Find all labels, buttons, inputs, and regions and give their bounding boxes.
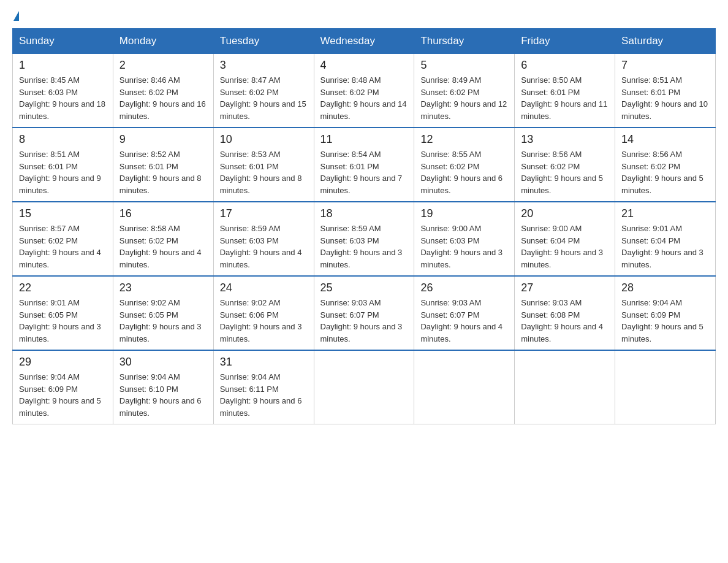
logo-triangle-icon (13, 11, 19, 21)
calendar-cell: 21Sunrise: 9:01 AMSunset: 6:04 PMDayligh… (615, 202, 716, 276)
day-info: Sunrise: 9:01 AMSunset: 6:05 PMDaylight:… (19, 297, 107, 345)
logo (12, 12, 19, 22)
weekday-header-monday: Monday (113, 29, 213, 54)
calendar-cell: 30Sunrise: 9:04 AMSunset: 6:10 PMDayligh… (113, 350, 213, 424)
calendar-cell: 22Sunrise: 9:01 AMSunset: 6:05 PMDayligh… (13, 276, 113, 350)
day-number: 25 (320, 282, 408, 294)
calendar-cell: 11Sunrise: 8:54 AMSunset: 6:01 PMDayligh… (314, 128, 414, 202)
calendar-week-row: 22Sunrise: 9:01 AMSunset: 6:05 PMDayligh… (13, 276, 716, 350)
calendar-week-row: 1Sunrise: 8:45 AMSunset: 6:03 PMDaylight… (13, 54, 716, 128)
day-number: 19 (420, 207, 508, 220)
day-number: 17 (220, 207, 308, 220)
calendar-week-row: 15Sunrise: 8:57 AMSunset: 6:02 PMDayligh… (13, 202, 716, 276)
weekday-header-thursday: Thursday (414, 29, 515, 54)
day-info: Sunrise: 8:49 AMSunset: 6:02 PMDaylight:… (420, 74, 508, 122)
day-number: 16 (119, 207, 207, 220)
calendar-week-row: 8Sunrise: 8:51 AMSunset: 6:01 PMDaylight… (13, 128, 716, 202)
day-number: 13 (521, 133, 609, 146)
calendar-cell (414, 350, 515, 424)
calendar-cell: 26Sunrise: 9:03 AMSunset: 6:07 PMDayligh… (414, 276, 515, 350)
calendar-cell: 7Sunrise: 8:51 AMSunset: 6:01 PMDaylight… (615, 54, 716, 128)
calendar-cell: 15Sunrise: 8:57 AMSunset: 6:02 PMDayligh… (13, 202, 113, 276)
day-number: 27 (521, 282, 609, 294)
calendar-cell: 1Sunrise: 8:45 AMSunset: 6:03 PMDaylight… (13, 54, 113, 128)
calendar-table: SundayMondayTuesdayWednesdayThursdayFrid… (12, 28, 716, 424)
day-info: Sunrise: 8:51 AMSunset: 6:01 PMDaylight:… (19, 148, 107, 196)
day-number: 8 (19, 133, 107, 146)
day-number: 28 (621, 282, 709, 294)
day-number: 15 (19, 207, 107, 220)
weekday-header-tuesday: Tuesday (213, 29, 314, 54)
day-info: Sunrise: 8:45 AMSunset: 6:03 PMDaylight:… (19, 74, 107, 122)
day-number: 9 (119, 133, 207, 146)
calendar-cell: 4Sunrise: 8:48 AMSunset: 6:02 PMDaylight… (314, 54, 414, 128)
day-info: Sunrise: 8:56 AMSunset: 6:02 PMDaylight:… (621, 148, 709, 196)
calendar-cell: 9Sunrise: 8:52 AMSunset: 6:01 PMDaylight… (113, 128, 213, 202)
day-number: 29 (19, 356, 107, 369)
calendar-cell: 5Sunrise: 8:49 AMSunset: 6:02 PMDaylight… (414, 54, 515, 128)
day-info: Sunrise: 8:55 AMSunset: 6:02 PMDaylight:… (420, 148, 508, 196)
day-info: Sunrise: 8:54 AMSunset: 6:01 PMDaylight:… (320, 148, 408, 196)
day-number: 24 (220, 282, 308, 294)
day-number: 1 (19, 59, 107, 72)
day-info: Sunrise: 8:57 AMSunset: 6:02 PMDaylight:… (19, 223, 107, 270)
day-number: 3 (220, 59, 308, 72)
day-number: 30 (119, 356, 207, 369)
weekday-header-wednesday: Wednesday (314, 29, 414, 54)
page-header (12, 12, 716, 22)
day-number: 22 (19, 282, 107, 294)
weekday-header-saturday: Saturday (615, 29, 716, 54)
day-number: 11 (320, 133, 408, 146)
day-info: Sunrise: 8:51 AMSunset: 6:01 PMDaylight:… (621, 74, 709, 122)
calendar-cell: 20Sunrise: 9:00 AMSunset: 6:04 PMDayligh… (515, 202, 615, 276)
day-info: Sunrise: 9:04 AMSunset: 6:11 PMDaylight:… (220, 371, 308, 419)
day-number: 10 (220, 133, 308, 146)
calendar-cell: 24Sunrise: 9:02 AMSunset: 6:06 PMDayligh… (213, 276, 314, 350)
day-number: 4 (320, 59, 408, 72)
calendar-cell: 29Sunrise: 9:04 AMSunset: 6:09 PMDayligh… (13, 350, 113, 424)
calendar-cell: 17Sunrise: 8:59 AMSunset: 6:03 PMDayligh… (213, 202, 314, 276)
calendar-cell: 19Sunrise: 9:00 AMSunset: 6:03 PMDayligh… (414, 202, 515, 276)
day-number: 20 (521, 207, 609, 220)
day-info: Sunrise: 8:48 AMSunset: 6:02 PMDaylight:… (320, 74, 408, 122)
calendar-cell: 18Sunrise: 8:59 AMSunset: 6:03 PMDayligh… (314, 202, 414, 276)
day-number: 6 (521, 59, 609, 72)
day-info: Sunrise: 9:00 AMSunset: 6:04 PMDaylight:… (521, 223, 609, 270)
calendar-cell: 6Sunrise: 8:50 AMSunset: 6:01 PMDaylight… (515, 54, 615, 128)
calendar-cell: 27Sunrise: 9:03 AMSunset: 6:08 PMDayligh… (515, 276, 615, 350)
day-info: Sunrise: 8:50 AMSunset: 6:01 PMDaylight:… (521, 74, 609, 122)
day-number: 14 (621, 133, 709, 146)
day-info: Sunrise: 8:59 AMSunset: 6:03 PMDaylight:… (320, 223, 408, 270)
day-number: 2 (119, 59, 207, 72)
day-number: 26 (420, 282, 508, 294)
day-info: Sunrise: 9:02 AMSunset: 6:05 PMDaylight:… (119, 297, 207, 345)
day-number: 5 (420, 59, 508, 72)
day-info: Sunrise: 9:04 AMSunset: 6:09 PMDaylight:… (19, 371, 107, 419)
day-info: Sunrise: 9:02 AMSunset: 6:06 PMDaylight:… (220, 297, 308, 345)
day-info: Sunrise: 8:47 AMSunset: 6:02 PMDaylight:… (220, 74, 308, 122)
weekday-header-sunday: Sunday (13, 29, 113, 54)
day-info: Sunrise: 9:03 AMSunset: 6:07 PMDaylight:… (420, 297, 508, 345)
calendar-cell: 23Sunrise: 9:02 AMSunset: 6:05 PMDayligh… (113, 276, 213, 350)
day-info: Sunrise: 8:52 AMSunset: 6:01 PMDaylight:… (119, 148, 207, 196)
calendar-cell: 8Sunrise: 8:51 AMSunset: 6:01 PMDaylight… (13, 128, 113, 202)
calendar-week-row: 29Sunrise: 9:04 AMSunset: 6:09 PMDayligh… (13, 350, 716, 424)
calendar-cell: 16Sunrise: 8:58 AMSunset: 6:02 PMDayligh… (113, 202, 213, 276)
day-info: Sunrise: 9:03 AMSunset: 6:07 PMDaylight:… (320, 297, 408, 345)
weekday-header-friday: Friday (515, 29, 615, 54)
day-info: Sunrise: 8:53 AMSunset: 6:01 PMDaylight:… (220, 148, 308, 196)
day-number: 7 (621, 59, 709, 72)
calendar-cell: 28Sunrise: 9:04 AMSunset: 6:09 PMDayligh… (615, 276, 716, 350)
day-info: Sunrise: 9:04 AMSunset: 6:10 PMDaylight:… (119, 371, 207, 419)
day-number: 12 (420, 133, 508, 146)
calendar-cell: 10Sunrise: 8:53 AMSunset: 6:01 PMDayligh… (213, 128, 314, 202)
calendar-cell: 13Sunrise: 8:56 AMSunset: 6:02 PMDayligh… (515, 128, 615, 202)
day-info: Sunrise: 8:56 AMSunset: 6:02 PMDaylight:… (521, 148, 609, 196)
calendar-cell: 12Sunrise: 8:55 AMSunset: 6:02 PMDayligh… (414, 128, 515, 202)
calendar-cell: 25Sunrise: 9:03 AMSunset: 6:07 PMDayligh… (314, 276, 414, 350)
calendar-cell: 14Sunrise: 8:56 AMSunset: 6:02 PMDayligh… (615, 128, 716, 202)
day-number: 21 (621, 207, 709, 220)
calendar-cell (515, 350, 615, 424)
day-info: Sunrise: 9:04 AMSunset: 6:09 PMDaylight:… (621, 297, 709, 345)
day-info: Sunrise: 8:46 AMSunset: 6:02 PMDaylight:… (119, 74, 207, 122)
